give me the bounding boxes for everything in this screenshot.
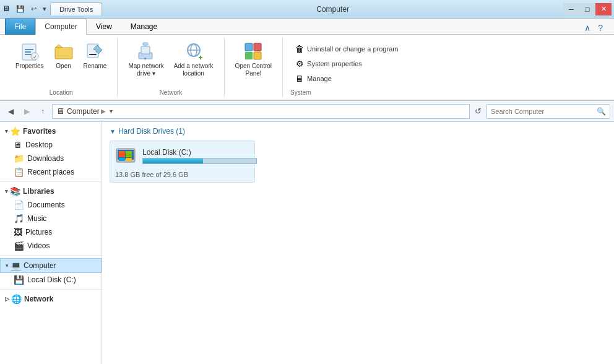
drive-info: Local Disk (C:) (142, 148, 257, 164)
ribbon-content: ✓ Properties Open (0, 35, 614, 100)
sidebar-item-local-disk[interactable]: 💾 Local Disk (C:) (0, 273, 102, 287)
pictures-label: Pictures (25, 228, 52, 236)
svg-rect-11 (141, 46, 150, 54)
svg-text:✓: ✓ (32, 54, 37, 60)
network-group-items: ▾ Map networkdrive ▾ (125, 37, 216, 88)
system-props-icon: ⚙ (295, 59, 305, 69)
drive-os-icon (115, 145, 137, 167)
tab-view[interactable]: View (87, 19, 121, 35)
quick-access-save[interactable]: 💾 (14, 4, 27, 14)
title-bar-left: 🖥 💾 ↩ ▾ Drive Tools (2, 2, 102, 15)
ribbon-tabs: File Computer View Manage ∧ ? (0, 19, 614, 35)
section-title: Hard Disk Drives (1) (118, 127, 185, 136)
svg-rect-1 (25, 49, 33, 50)
svg-rect-13 (143, 43, 148, 45)
up-button[interactable]: ↑ (36, 105, 50, 118)
ribbon-group-system: 🗑 Uninstall or change a program ⚙ System… (283, 37, 410, 97)
manage-icon: 🖥 (295, 74, 305, 84)
tab-computer[interactable]: Computer (35, 19, 87, 35)
refresh-button[interactable]: ↺ (472, 105, 484, 117)
uninstall-label: Uninstall or change a program (307, 45, 398, 53)
quick-access-dropdown[interactable]: ▾ (40, 4, 49, 14)
videos-label: Videos (27, 241, 50, 250)
sidebar-group-network[interactable]: ▷ 🌐 Network (0, 292, 102, 306)
sidebar-item-music[interactable]: 🎵 Music (0, 212, 102, 225)
window-title: Computer (102, 5, 563, 14)
network-group-icon: 🌐 (11, 294, 22, 304)
sidebar-section-computer: ▾ 💻 Computer 💾 Local Disk (C:) (0, 258, 102, 287)
path-arrow: ▶ (101, 108, 106, 115)
back-button[interactable]: ◀ (4, 105, 17, 118)
address-dropdown-button[interactable]: ▾ (107, 106, 115, 116)
libraries-icon: 📚 (10, 186, 20, 196)
svg-rect-26 (119, 151, 125, 157)
svg-rect-29 (126, 158, 132, 161)
system-props-button[interactable]: ⚙ System properties (290, 57, 402, 71)
documents-icon: 📄 (14, 200, 24, 210)
search-input[interactable] (491, 108, 597, 115)
add-network-icon (184, 41, 204, 61)
forward-button[interactable]: ▶ (20, 105, 33, 118)
properties-label: Properties (15, 63, 44, 70)
address-path[interactable]: 🖥 Computer ▶ ▾ (52, 104, 470, 119)
sidebar-group-favorites[interactable]: ▾ ⭐ Favorites (0, 124, 102, 138)
computer-label: Computer (24, 261, 56, 270)
help-icon[interactable]: ? (594, 22, 607, 34)
sidebar-divider-3 (0, 289, 102, 290)
svg-rect-20 (245, 43, 253, 51)
search-box: 🔍 (486, 104, 610, 119)
main-layout: ▾ ⭐ Favorites 🖥 Desktop 📁 Downloads 📋 Re… (0, 122, 614, 364)
system-group-items: 🗑 Uninstall or change a program ⚙ System… (290, 37, 402, 88)
manage-label: Manage (307, 75, 332, 82)
path-label: Computer (67, 107, 100, 116)
sidebar-section-libraries: ▾ 📚 Libraries 📄 Documents 🎵 Music 🖼 Pict… (0, 184, 102, 253)
svg-rect-22 (245, 52, 253, 59)
drive-tools-tab[interactable]: Drive Tools (50, 2, 102, 15)
minimize-button[interactable]: ─ (563, 3, 579, 15)
drive-name: Local Disk (C:) (142, 148, 257, 157)
open-button[interactable]: Open (51, 40, 77, 72)
sidebar-item-recent[interactable]: 📋 Recent places (0, 165, 102, 179)
add-network-button[interactable]: Add a networklocation (171, 40, 217, 79)
svg-rect-23 (254, 52, 261, 59)
local-disk-icon: 💾 (14, 275, 24, 285)
recent-label: Recent places (27, 168, 74, 176)
open-control-panel-button[interactable]: Open ControlPanel (232, 40, 275, 79)
sidebar-item-downloads[interactable]: 📁 Downloads (0, 152, 102, 165)
control-panel-icon (243, 41, 263, 61)
properties-button[interactable]: ✓ Properties (12, 40, 47, 72)
location-group-items: ✓ Properties Open (12, 37, 110, 88)
open-label: Open (56, 63, 71, 70)
sidebar-item-pictures[interactable]: 🖼 Pictures (0, 225, 102, 239)
svg-text:▾: ▾ (144, 56, 147, 61)
drive-item-c[interactable]: Local Disk (C:) 13.8 GB free of 29.6 GB (110, 141, 255, 183)
content-area: ▼ Hard Disk Drives (1) Local Disk (C:) (102, 122, 614, 364)
system-group-label: System (290, 88, 311, 97)
path-computer-icon: 🖥 (56, 106, 64, 116)
svg-rect-6 (55, 48, 72, 59)
map-network-button[interactable]: ▾ Map networkdrive ▾ (125, 40, 166, 79)
favorites-arrow-icon: ▾ (5, 128, 8, 134)
rename-button[interactable]: Rename (80, 40, 110, 72)
sidebar-group-libraries[interactable]: ▾ 📚 Libraries (0, 184, 102, 198)
drive-bar-container (142, 158, 257, 164)
local-disk-label: Local Disk (C:) (27, 275, 76, 284)
manage-button[interactable]: 🖥 Manage (290, 72, 402, 85)
sidebar-group-computer[interactable]: ▾ 💻 Computer (0, 258, 102, 273)
section-header-hard-drives[interactable]: ▼ Hard Disk Drives (1) (110, 127, 607, 136)
quick-access-undo[interactable]: ↩ (28, 4, 39, 14)
properties-icon: ✓ (20, 41, 40, 61)
sidebar-item-documents[interactable]: 📄 Documents (0, 198, 102, 212)
maximize-button[interactable]: □ (579, 3, 595, 15)
collapse-icon[interactable]: ∧ (581, 22, 594, 34)
svg-rect-28 (119, 158, 125, 161)
sidebar-item-desktop[interactable]: 🖥 Desktop (0, 138, 102, 152)
close-button[interactable]: ✕ (595, 3, 612, 15)
uninstall-button[interactable]: 🗑 Uninstall or change a program (290, 42, 402, 56)
map-network-icon: ▾ (136, 41, 156, 61)
tab-manage[interactable]: Manage (121, 19, 166, 35)
svg-rect-2 (25, 51, 31, 53)
map-network-label: Map networkdrive ▾ (128, 63, 163, 77)
tab-file[interactable]: File (5, 19, 35, 35)
sidebar-item-videos[interactable]: 🎬 Videos (0, 239, 102, 253)
